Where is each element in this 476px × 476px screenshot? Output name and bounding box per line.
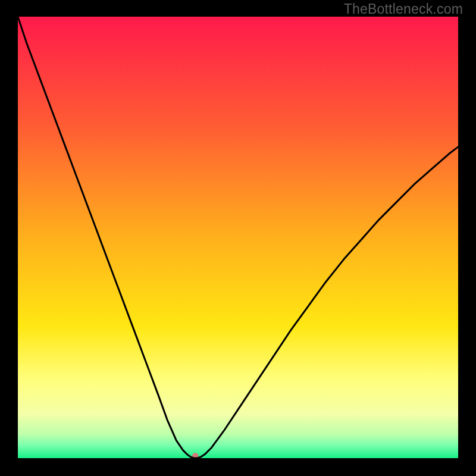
plot-background (18, 17, 458, 458)
bottleneck-chart (0, 0, 476, 476)
watermark-label: TheBottleneck.com (344, 1, 463, 17)
chart-stage: TheBottleneck.com (0, 0, 476, 476)
